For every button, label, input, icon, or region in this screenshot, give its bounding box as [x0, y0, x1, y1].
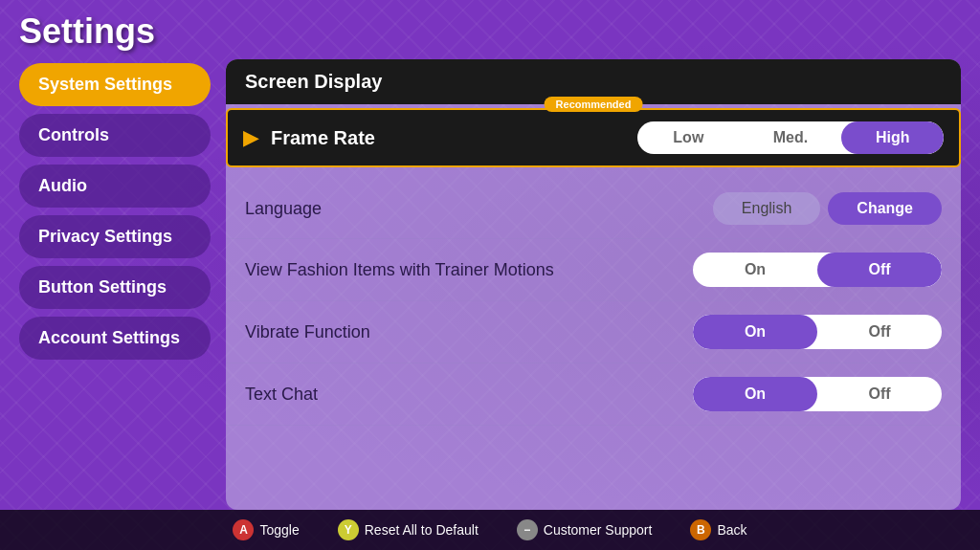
main-container: Settings System Settings Controls Audio …: [0, 0, 980, 550]
minus-button-icon: −: [517, 519, 538, 540]
text-chat-toggle-off[interactable]: Off: [817, 377, 942, 411]
title-bar: Settings: [0, 0, 980, 59]
bottom-item-support: − Customer Support: [517, 519, 653, 540]
vibrate-control: On Off: [693, 315, 942, 349]
selection-arrow-icon: ▶: [243, 125, 259, 150]
setting-row-fashion: View Fashion Items with Trainer Motions …: [226, 239, 961, 301]
fashion-toggle-off[interactable]: Off: [817, 253, 942, 287]
setting-row-vibrate: Vibrate Function On Off: [226, 301, 961, 363]
sidebar: System Settings Controls Audio Privacy S…: [19, 59, 211, 510]
main-panel: Screen Display Recommended ▶ Frame Rate …: [226, 59, 961, 510]
b-button-icon: B: [690, 519, 711, 540]
text-chat-toggle-group: On Off: [693, 377, 942, 411]
settings-list: Language English Change View Fashion Ite…: [226, 171, 961, 510]
frame-rate-row: Recommended ▶ Frame Rate Low Med. High: [226, 108, 961, 167]
setting-row-text-chat: Text Chat On Off: [226, 363, 961, 426]
sidebar-item-audio[interactable]: Audio: [19, 165, 211, 208]
text-chat-label: Text Chat: [245, 385, 693, 405]
language-control: English Change: [713, 192, 942, 225]
frame-rate-options: Low Med. High: [637, 121, 944, 154]
frame-option-high[interactable]: High: [841, 121, 944, 154]
back-label: Back: [717, 522, 746, 538]
fashion-label: View Fashion Items with Trainer Motions: [245, 260, 693, 280]
bottom-item-reset: Y Reset All to Default: [338, 519, 479, 540]
bottom-bar: A Toggle Y Reset All to Default − Custom…: [0, 510, 980, 550]
sidebar-item-system-settings[interactable]: System Settings: [19, 63, 211, 106]
language-value: English: [713, 192, 820, 225]
toggle-label: Toggle: [259, 522, 299, 538]
setting-row-language: Language English Change: [226, 179, 961, 239]
fashion-toggle-group: On Off: [693, 253, 942, 287]
frame-option-med[interactable]: Med.: [740, 121, 842, 154]
bottom-item-back: B Back: [690, 519, 746, 540]
a-button-icon: A: [233, 519, 254, 540]
sidebar-item-controls[interactable]: Controls: [19, 114, 211, 157]
fashion-control: On Off: [693, 253, 942, 287]
bottom-item-toggle: A Toggle: [233, 519, 299, 540]
panel-header-label: Screen Display: [245, 71, 382, 93]
content-area: System Settings Controls Audio Privacy S…: [0, 59, 980, 510]
text-chat-control: On Off: [693, 377, 942, 411]
vibrate-label: Vibrate Function: [245, 322, 693, 342]
text-chat-toggle-on[interactable]: On: [693, 377, 817, 411]
vibrate-toggle-on[interactable]: On: [693, 315, 817, 349]
sidebar-item-account-settings[interactable]: Account Settings: [19, 317, 211, 360]
vibrate-toggle-off[interactable]: Off: [817, 315, 942, 349]
page-title: Settings: [19, 11, 961, 52]
sidebar-item-button-settings[interactable]: Button Settings: [19, 266, 211, 309]
language-label: Language: [245, 199, 713, 219]
frame-rate-label: Frame Rate: [271, 127, 626, 149]
support-label: Customer Support: [544, 522, 653, 538]
sidebar-item-privacy-settings[interactable]: Privacy Settings: [19, 215, 211, 258]
recommended-badge: Recommended: [545, 97, 643, 112]
fashion-toggle-on[interactable]: On: [693, 253, 817, 287]
language-change-button[interactable]: Change: [828, 192, 942, 225]
reset-label: Reset All to Default: [365, 522, 479, 538]
y-button-icon: Y: [338, 519, 359, 540]
frame-option-low[interactable]: Low: [637, 121, 740, 154]
frame-rate-inner: ▶ Frame Rate Low Med. High: [228, 110, 959, 165]
vibrate-toggle-group: On Off: [693, 315, 942, 349]
